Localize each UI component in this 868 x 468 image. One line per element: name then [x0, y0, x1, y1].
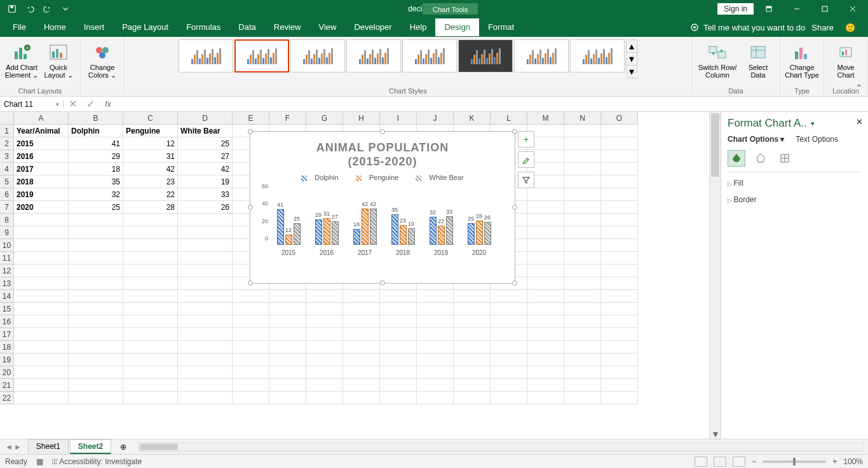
chart-legend[interactable]: Dolphin Penguine White Bear	[250, 169, 515, 184]
cell[interactable]: 18	[69, 163, 123, 176]
cell[interactable]	[564, 137, 601, 150]
row-header[interactable]: 17	[0, 328, 14, 341]
sheet-nav-prev-icon[interactable]: ◄	[5, 443, 13, 451]
cell[interactable]: 2017	[14, 163, 69, 176]
cell[interactable]	[601, 315, 638, 328]
row-header[interactable]: 11	[0, 252, 14, 265]
gallery-scroll-icon[interactable]: ▴	[627, 40, 637, 53]
chart-bar[interactable]: 29	[315, 219, 322, 245]
cell[interactable]	[306, 392, 343, 404]
chart-bar[interactable]: 33	[446, 216, 453, 245]
row-header[interactable]: 18	[0, 341, 14, 354]
chart-bar[interactable]: 23	[400, 225, 407, 245]
cell[interactable]	[14, 277, 69, 290]
cell[interactable]	[306, 379, 343, 392]
tell-me-search[interactable]: Tell me what you want to do	[683, 22, 811, 32]
cell[interactable]	[380, 341, 417, 354]
cell[interactable]	[178, 392, 233, 404]
cell[interactable]	[69, 265, 123, 277]
cell[interactable]	[564, 303, 601, 315]
cell[interactable]	[14, 290, 69, 303]
chart-handle[interactable]	[512, 129, 517, 134]
row-header[interactable]: 9	[0, 226, 14, 239]
chart-bar[interactable]: 42	[370, 209, 377, 245]
zoom-slider[interactable]	[763, 460, 826, 463]
cell[interactable]	[14, 303, 69, 315]
cell[interactable]	[527, 315, 564, 328]
cell[interactable]	[269, 315, 306, 328]
cell[interactable]	[69, 290, 123, 303]
cell[interactable]	[306, 354, 343, 366]
cell[interactable]: 35	[69, 176, 123, 188]
cell[interactable]	[527, 392, 564, 404]
chart-bar[interactable]: 35	[391, 214, 398, 245]
cell[interactable]	[14, 366, 69, 379]
cell[interactable]	[491, 366, 527, 379]
cell[interactable]	[454, 379, 491, 392]
row-header[interactable]: 16	[0, 315, 14, 328]
cell[interactable]	[454, 315, 491, 328]
cell[interactable]	[14, 328, 69, 341]
close-icon[interactable]	[840, 1, 865, 17]
qat-customize-icon[interactable]	[58, 2, 72, 16]
cell[interactable]	[417, 290, 454, 303]
select-all-corner[interactable]	[0, 112, 14, 125]
cell[interactable]	[178, 341, 233, 354]
cancel-formula-icon[interactable]: ✕	[64, 98, 81, 110]
cell[interactable]	[69, 354, 123, 366]
cell[interactable]	[417, 379, 454, 392]
scroll-down-icon[interactable]: ▾	[710, 429, 721, 439]
fill-section[interactable]: Fill	[728, 175, 862, 191]
cell[interactable]	[417, 328, 454, 341]
tab-data[interactable]: Data	[229, 18, 264, 36]
cell[interactable]	[14, 379, 69, 392]
column-header[interactable]: N	[564, 112, 601, 125]
cell[interactable]: 2019	[14, 188, 69, 201]
cell[interactable]	[454, 290, 491, 303]
cell[interactable]	[269, 341, 306, 354]
cell[interactable]	[123, 239, 178, 252]
zoom-out-icon[interactable]: −	[752, 457, 756, 466]
cell[interactable]	[564, 290, 601, 303]
cell[interactable]	[417, 366, 454, 379]
cell[interactable]	[380, 366, 417, 379]
cell[interactable]	[69, 328, 123, 341]
cell[interactable]: 28	[123, 201, 178, 214]
cell[interactable]: 26	[178, 201, 233, 214]
sign-in-button[interactable]: Sign in	[717, 3, 754, 15]
cell[interactable]: White Bear	[178, 125, 233, 137]
macro-record-icon[interactable]: ▦	[36, 457, 43, 466]
cell[interactable]	[380, 328, 417, 341]
cell[interactable]	[178, 366, 233, 379]
cell[interactable]	[269, 392, 306, 404]
chart-options-tab[interactable]: Chart Options ▾	[728, 135, 784, 144]
chart-bar[interactable]: 18	[353, 229, 360, 245]
cell[interactable]	[269, 379, 306, 392]
cell[interactable]	[14, 239, 69, 252]
new-sheet-button[interactable]: ⊕	[112, 441, 134, 453]
undo-icon[interactable]	[23, 2, 37, 16]
row-header[interactable]: 21	[0, 379, 14, 392]
cell[interactable]: 19	[178, 176, 233, 188]
cell[interactable]	[123, 315, 178, 328]
cell[interactable]	[601, 137, 638, 150]
cell[interactable]: 42	[123, 163, 178, 176]
cell[interactable]	[178, 379, 233, 392]
cell[interactable]: 2015	[14, 137, 69, 150]
switch-row-column-button[interactable]: Switch Row/ Column	[696, 39, 739, 79]
cell[interactable]	[564, 188, 601, 201]
cell[interactable]	[601, 341, 638, 354]
column-header[interactable]: M	[527, 112, 564, 125]
cell[interactable]	[178, 277, 233, 290]
chart-handle[interactable]	[512, 205, 517, 210]
cell[interactable]	[454, 354, 491, 366]
sheet-nav-next-icon[interactable]: ►	[14, 443, 22, 451]
cell[interactable]	[527, 252, 564, 265]
cell[interactable]	[233, 341, 269, 354]
cell[interactable]	[343, 315, 380, 328]
cell[interactable]	[306, 341, 343, 354]
cell[interactable]	[69, 366, 123, 379]
cell[interactable]	[417, 354, 454, 366]
column-header[interactable]: E	[233, 112, 269, 125]
cell[interactable]	[417, 315, 454, 328]
